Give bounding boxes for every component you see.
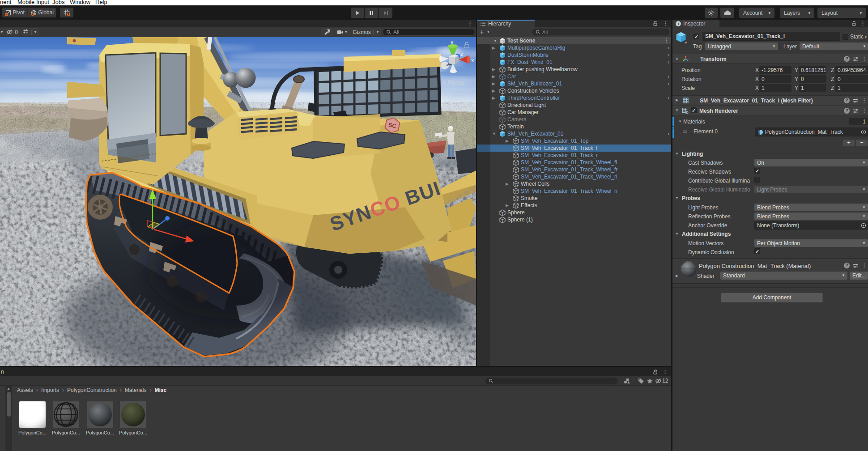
svg-text:Persp: Persp bbox=[448, 79, 464, 86]
svg-text:z: z bbox=[460, 51, 464, 57]
svg-text:Y: Y bbox=[26, 32, 28, 35]
svg-text:y: y bbox=[451, 38, 454, 45]
svg-text:x: x bbox=[471, 57, 474, 64]
